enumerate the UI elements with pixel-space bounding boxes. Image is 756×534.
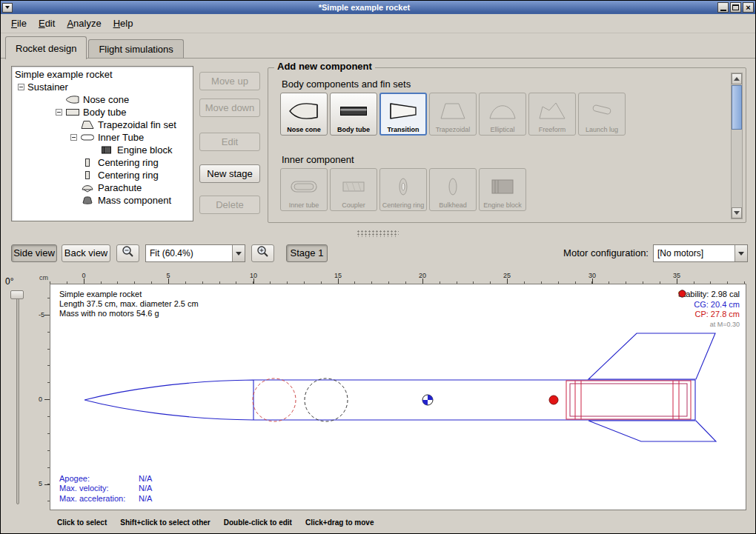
add-launch-lug-button[interactable]: Launch lug — [578, 93, 626, 136]
motor-config-select[interactable]: [No motors] — [653, 244, 748, 262]
view-toolbar: Side view Back view Fit (60.4%) Stage 1 … — [1, 244, 755, 264]
tree-item-parachute[interactable]: Parachute — [12, 181, 193, 194]
window-menu-icon[interactable] — [2, 3, 13, 13]
acceleration-label: Max. acceleration: — [59, 494, 139, 504]
acceleration-value: N/A — [139, 494, 152, 503]
ruler-tick-label: 10 — [250, 272, 257, 279]
component-button-label: Bulkhead — [439, 202, 467, 209]
tree-collapse-handle[interactable] — [56, 109, 62, 116]
move-up-button[interactable]: Move up — [199, 72, 260, 90]
tree-item-engine-block[interactable]: Engine block — [12, 144, 193, 156]
component-button-label: Freeform — [539, 127, 566, 133]
zoom-select[interactable]: Fit (60.4%) — [145, 244, 245, 262]
statusbar-hint: Click+drag to move — [305, 518, 374, 527]
add-bulkhead-button[interactable]: Bulkhead — [429, 168, 477, 211]
tree-collapse-handle[interactable] — [70, 134, 77, 141]
add-elliptical-fin-button[interactable]: Elliptical — [479, 93, 526, 136]
back-view-button[interactable]: Back view — [62, 244, 110, 262]
apogee-label: Apogee: — [59, 474, 139, 484]
delete-button[interactable]: Delete — [199, 196, 260, 214]
inner-tube-icon — [80, 133, 95, 142]
tree-item-nose-cone[interactable]: Nose cone — [12, 93, 193, 106]
parachute-icon — [80, 183, 95, 193]
chevron-down-icon[interactable] — [735, 245, 747, 261]
component-button-label: Nose cone — [287, 127, 321, 133]
engine-block-icon — [99, 145, 114, 155]
move-down-button[interactable]: Move down — [199, 99, 260, 117]
menu-help[interactable]: Help — [107, 16, 139, 31]
zoom-in-button[interactable] — [251, 244, 274, 262]
nose-cone-icon — [65, 95, 80, 104]
add-transition-button[interactable]: Transition — [379, 93, 427, 136]
tree-item-label: Centering ring — [98, 170, 159, 181]
tree-item-sustainer[interactable]: Sustainer — [12, 81, 193, 93]
add-freeform-fin-button[interactable]: Freeform — [528, 93, 576, 136]
component-scrollbar[interactable] — [731, 73, 743, 219]
rotation-slider[interactable] — [16, 293, 19, 504]
maximize-button[interactable] — [730, 2, 741, 13]
tree-item-centering-ring-1[interactable]: Centering ring — [12, 156, 193, 169]
close-button[interactable]: × — [743, 2, 754, 13]
tab-rocket-design[interactable]: Rocket design — [5, 36, 87, 59]
mach-note: at M=0.30 — [678, 320, 740, 330]
component-button-label: Centering ring — [382, 202, 425, 209]
menubar: File Edit Analyze Help — [1, 14, 755, 33]
add-centering-ring-button[interactable]: Centering ring — [379, 168, 427, 211]
stability-value: Stability: 2.98 cal — [678, 290, 740, 300]
add-trapezoidal-fin-button[interactable]: Trapezoidal — [429, 93, 477, 136]
rocket-view-canvas[interactable]: Simple example rocket Length 37.5 cm, ma… — [50, 284, 746, 510]
new-stage-button[interactable]: New stage — [199, 164, 260, 183]
coupler-icon — [331, 171, 376, 202]
scroll-up-button[interactable] — [732, 73, 742, 84]
statusbar-hint: Double-click to edit — [224, 518, 292, 527]
tree-collapse-handle[interactable] — [18, 84, 24, 90]
add-engine-block-button[interactable]: Engine block — [479, 168, 526, 211]
side-view-button[interactable]: Side view — [11, 244, 57, 262]
rocket-name: Simple example rocket — [59, 290, 199, 299]
menu-analyze[interactable]: Analyze — [61, 16, 107, 31]
vertical-ruler: -5 0 5 — [38, 284, 50, 510]
add-coupler-button[interactable]: Coupler — [330, 168, 377, 211]
rotation-slider-thumb[interactable] — [10, 290, 24, 299]
tree-item-centering-ring-2[interactable]: Centering ring — [12, 169, 193, 181]
ruler-tick-label: 25 — [503, 272, 511, 279]
component-button-label: Inner tube — [289, 202, 319, 209]
add-nose-cone-button[interactable]: Nose cone — [280, 93, 328, 136]
zoom-out-button[interactable] — [116, 244, 139, 262]
component-button-label: Launch lug — [586, 127, 618, 133]
splitter-grip-icon — [357, 230, 399, 237]
ruler-tick-label: 20 — [419, 272, 426, 279]
chevron-down-icon[interactable] — [232, 245, 245, 261]
scroll-down-button[interactable] — [732, 207, 742, 218]
motor-config-label: Motor configuration: — [555, 247, 649, 258]
menu-file[interactable]: File — [5, 16, 33, 31]
menu-edit[interactable]: Edit — [33, 16, 61, 31]
tree-item-label: Trapezoidal fin set — [98, 119, 176, 130]
minimize-button[interactable] — [717, 2, 729, 13]
cp-marker — [549, 396, 558, 404]
inner-tube-icon — [282, 171, 326, 202]
tree-item-fin-set[interactable]: Trapezoidal fin set — [12, 119, 193, 131]
scroll-thumb[interactable] — [732, 85, 742, 130]
edit-button[interactable]: Edit — [199, 133, 260, 151]
tree-item-mass-component[interactable]: Mass component — [12, 194, 193, 207]
stage-1-toggle[interactable]: Stage 1 — [286, 244, 328, 262]
ruler-tick-label: 0 — [82, 272, 85, 279]
tab-flight-simulations[interactable]: Flight simulations — [88, 39, 183, 59]
panel-splitter[interactable] — [1, 229, 755, 238]
tree-item-rocket[interactable]: Simple example rocket — [12, 68, 193, 81]
window-title: *Simple example rocket — [13, 3, 716, 12]
tab-label: Rocket design — [16, 43, 76, 54]
tree-item-body-tube[interactable]: Body tube — [12, 106, 193, 119]
ruler-tick-label: -5 — [39, 311, 44, 318]
ruler-tick-label: 5 — [39, 480, 42, 487]
component-button-label: Engine block — [483, 202, 522, 209]
centering-ring-icon — [80, 158, 95, 167]
top-fin — [588, 333, 715, 379]
add-body-tube-button[interactable]: Body tube — [330, 93, 377, 136]
tree-item-label: Simple example rocket — [15, 69, 113, 80]
add-inner-tube-button[interactable]: Inner tube — [280, 168, 328, 211]
tree-item-inner-tube[interactable]: Inner Tube — [12, 131, 193, 144]
statusbar: Click to select Shift+click to select ot… — [1, 512, 755, 533]
tree-item-label: Inner Tube — [98, 132, 144, 143]
